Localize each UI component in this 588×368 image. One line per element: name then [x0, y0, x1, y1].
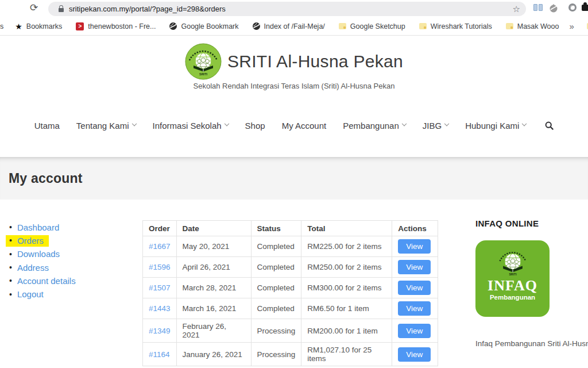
- view-button[interactable]: View: [398, 239, 431, 254]
- url-text: sritipekan.com.my/portal/?page_id=298&or…: [69, 5, 513, 13]
- nav-item[interactable]: Hubungi Kami: [465, 121, 526, 131]
- table-row: #1164 January 26, 2021 Processing RM1,02…: [143, 343, 438, 366]
- account-menu-link[interactable]: Downloads: [17, 249, 60, 259]
- account-menu-item-wrap: • Address: [6, 262, 54, 274]
- view-button[interactable]: View: [398, 281, 431, 295]
- account-menu: • Dashboard • Orders • Downloads: [6, 221, 81, 301]
- column-header: Total: [301, 221, 392, 236]
- account-menu-link[interactable]: Dashboard: [17, 223, 59, 232]
- bookmark-label: Masak Wooo: [517, 22, 559, 30]
- view-button[interactable]: View: [398, 260, 431, 274]
- folder-icon: [506, 23, 513, 29]
- order-status: Processing: [251, 319, 301, 343]
- circle-extension-icon[interactable]: [568, 3, 577, 12]
- account-menu-item-wrap: • Account details: [6, 275, 81, 287]
- view-button[interactable]: View: [398, 347, 431, 362]
- bookmark-item[interactable]: ★ > thenewboston - Fre...: [76, 22, 156, 30]
- infaq-banner[interactable]: SRITI INFAQ Pembangunan: [475, 240, 550, 317]
- red-chevron-icon: >: [76, 22, 84, 30]
- order-status: Processing: [251, 343, 301, 366]
- bookmark-star-icon[interactable]: ☆: [513, 4, 520, 14]
- nav-item[interactable]: Shop: [245, 121, 265, 131]
- search-button[interactable]: [545, 121, 554, 131]
- bookmark-item[interactable]: ★ > Masak Wooo: [506, 22, 559, 30]
- order-date: February 26, 2021: [176, 319, 251, 343]
- view-button[interactable]: View: [398, 301, 431, 316]
- star-icon: ★: [15, 22, 22, 31]
- puzzle-extension-icon[interactable]: [582, 5, 588, 11]
- account-menu-link[interactable]: Account details: [17, 276, 76, 286]
- nav-item-label: Shop: [245, 121, 265, 131]
- widget-heading: INFAQ ONLINE: [475, 218, 588, 228]
- account-menu-link[interactable]: Orders: [17, 236, 44, 246]
- nav-item[interactable]: My Account: [282, 121, 327, 131]
- bookmark-item[interactable]: ★ > Google Sketchup: [339, 22, 405, 30]
- account-menu-item[interactable]: • Logout: [6, 288, 81, 301]
- view-button[interactable]: View: [398, 324, 431, 338]
- order-number-link[interactable]: #1507: [149, 283, 171, 292]
- account-menu-link[interactable]: Logout: [17, 289, 44, 299]
- order-number-link[interactable]: #1349: [149, 327, 171, 335]
- account-menu-item[interactable]: • Address: [6, 261, 81, 274]
- bookmark-item[interactable]: ★ > Index of /Fail-Meja/: [253, 22, 325, 30]
- order-status: Completed: [251, 236, 301, 257]
- chevron-down-icon: [402, 121, 407, 125]
- order-date: January 26, 2021: [176, 343, 251, 366]
- chevron-down-icon: [224, 121, 229, 125]
- order-date: May 20, 2021: [176, 236, 251, 257]
- apple-extension-icon[interactable]: [549, 3, 558, 15]
- account-menu-item[interactable]: • Account details: [6, 274, 81, 288]
- site-title: SRITI Al-Husna Pekan: [227, 52, 403, 71]
- page-title: My account: [0, 171, 83, 186]
- nav-item-label: Hubungi Kami: [465, 121, 519, 131]
- folder-icon: [419, 23, 427, 29]
- table-row: #1443 March 16, 2021 Completed RM6.50 fo…: [143, 298, 438, 319]
- nav-item[interactable]: JIBG: [423, 121, 448, 131]
- infaq-logo: SRITI: [496, 245, 530, 279]
- nav-item[interactable]: Tentang Kami: [76, 121, 136, 131]
- bookmark-label: thenewboston - Fre...: [88, 22, 156, 30]
- order-number-link[interactable]: #1164: [149, 350, 170, 359]
- bookmark-label: Wireshark Tutorials: [431, 22, 492, 30]
- tabs-extension-icon[interactable]: [533, 3, 543, 12]
- order-total: RM6.50 for 1 item: [301, 298, 392, 319]
- bullet-icon: •: [9, 276, 12, 285]
- bookmark-item[interactable]: ★ > Bookmarks: [15, 22, 62, 31]
- nav-item[interactable]: Pembangunan: [343, 121, 406, 131]
- nav-item-label: Tentang Kami: [76, 121, 129, 131]
- account-menu-item[interactable]: • Dashboard: [6, 221, 81, 234]
- bullet-icon: •: [9, 263, 12, 272]
- order-number-link[interactable]: #1596: [149, 263, 171, 271]
- account-menu-item[interactable]: • Downloads: [6, 248, 81, 261]
- orders-table: Order Date Status Total Actions #1667: [142, 220, 438, 366]
- order-number-link[interactable]: #1443: [149, 304, 171, 313]
- account-menu-item[interactable]: • Orders: [6, 234, 81, 247]
- bookmark-label: Index of /Fail-Meja/: [264, 22, 325, 30]
- bullet-icon: •: [9, 236, 12, 245]
- reload-icon[interactable]: ⟳: [30, 2, 38, 14]
- order-total: RM225.00 for 2 items: [301, 236, 392, 257]
- bookmark-item-clipped[interactable]: s: [0, 22, 3, 30]
- site-branding[interactable]: SRITI SRITI Al-Husna Pekan: [0, 36, 588, 80]
- nav-item-label: Utama: [34, 121, 60, 131]
- search-icon: [545, 121, 554, 130]
- nav-item[interactable]: Informasi Sekolah: [153, 121, 229, 131]
- order-total: RM250.00 for 2 items: [301, 257, 392, 278]
- nav-item-label: Informasi Sekolah: [153, 121, 222, 131]
- infaq-widget: INFAQ ONLINE SRITI INFAQ: [475, 218, 588, 348]
- bookmarks-bar: s ★ > Bookmarks ★ > thenewboston - Fre..…: [0, 17, 588, 36]
- bookmark-label: Google Bookmark: [181, 22, 238, 30]
- globe-icon: [169, 22, 177, 30]
- bookmark-item[interactable]: ★ > Wireshark Tutorials: [419, 22, 492, 30]
- order-status: Completed: [251, 257, 301, 278]
- account-menu-link[interactable]: Address: [17, 263, 49, 273]
- nav-item[interactable]: Utama: [34, 121, 60, 131]
- nav-item-label: JIBG: [423, 121, 442, 131]
- site-tagline: Sekolah Rendah Integrasi Teras Islam (Sr…: [0, 82, 588, 90]
- bookmark-label: Google Sketchup: [350, 22, 405, 30]
- order-number-link[interactable]: #1667: [149, 242, 171, 251]
- url-bar[interactable]: sritipekan.com.my/portal/?page_id=298&or…: [48, 2, 526, 16]
- bookmark-item[interactable]: ★ > Google Bookmark: [169, 22, 238, 30]
- bookmarks-overflow-chevron[interactable]: »: [569, 21, 574, 31]
- infaq-logo-text: SRITI: [509, 273, 517, 276]
